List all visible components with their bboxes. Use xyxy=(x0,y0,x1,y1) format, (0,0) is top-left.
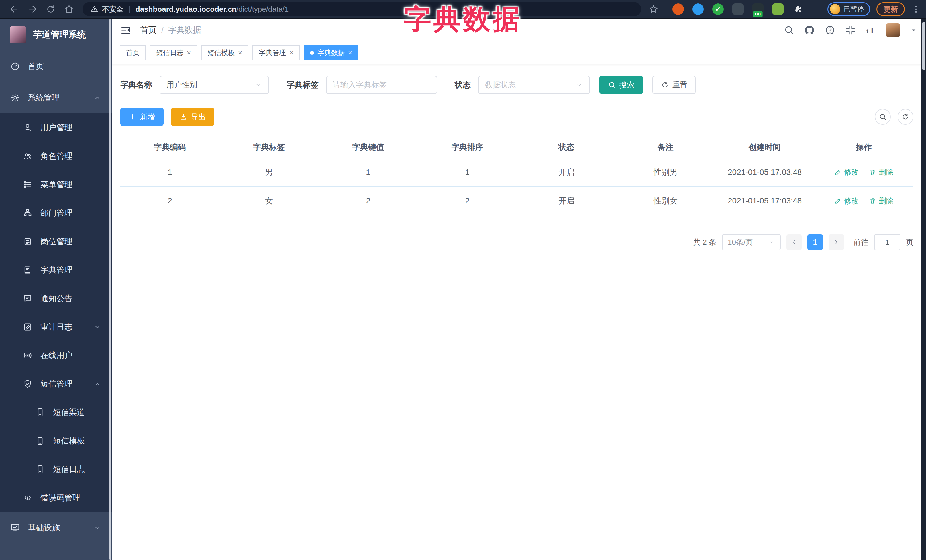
reset-button[interactable]: 重置 xyxy=(652,76,696,94)
tag-view-tab[interactable]: 短信模板× xyxy=(201,45,248,60)
sidebar-submenu-item[interactable]: 字典管理 xyxy=(0,256,112,284)
table-header-row: 字典编码字典标签字典键值字典排序状态备注创建时间操作 xyxy=(120,137,914,158)
table-cell-remark: 性别女 xyxy=(616,195,715,206)
export-button[interactable]: 导出 xyxy=(171,108,214,126)
sidebar-submenu-item[interactable]: 用户管理 xyxy=(0,113,112,142)
collapse-sidebar-icon[interactable] xyxy=(120,24,132,36)
search-icon[interactable] xyxy=(784,25,794,36)
add-button[interactable]: 新增 xyxy=(120,108,163,126)
badge-icon xyxy=(23,237,32,246)
search-button[interactable]: 搜索 xyxy=(599,76,643,94)
delete-button[interactable]: 删除 xyxy=(869,167,894,177)
sidebar-submenu-item[interactable]: 短信模板 xyxy=(0,427,112,455)
prev-page-button[interactable] xyxy=(787,234,802,250)
table-row[interactable]: 2女22开启性别女2021-01-05 17:03:48修改删除 xyxy=(120,187,914,215)
page-size-value: 10条/页 xyxy=(728,237,753,247)
bookmark-star-icon[interactable] xyxy=(649,4,659,14)
tag-view-tab[interactable]: 字典数据× xyxy=(304,45,359,60)
forward-icon[interactable] xyxy=(27,4,38,14)
user-avatar[interactable] xyxy=(886,23,900,37)
sidebar-submenu-item[interactable]: 短信管理 xyxy=(0,370,112,398)
green-check-extension-icon[interactable]: ✓ xyxy=(712,3,724,15)
dict-label-input[interactable] xyxy=(326,76,437,94)
sidebar-submenu-item[interactable]: 通知公告 xyxy=(0,284,112,313)
close-icon[interactable]: × xyxy=(289,49,294,56)
sidebar-submenu-item[interactable]: 在线用户 xyxy=(0,341,112,370)
edit-button[interactable]: 修改 xyxy=(834,196,859,206)
orange-ring-extension-icon[interactable] xyxy=(672,3,684,15)
back-icon[interactable] xyxy=(9,4,20,14)
browser-update-button[interactable]: 更新 xyxy=(876,2,905,16)
status-select[interactable]: 数据状态 xyxy=(478,76,590,94)
sidebar-submenu-item[interactable]: 菜单管理 xyxy=(0,171,112,199)
dict-name-value: 用户性别 xyxy=(166,80,197,90)
toggle-search-button[interactable] xyxy=(875,109,891,125)
browser-menu-dots-icon[interactable] xyxy=(911,4,921,14)
header-actions: tT xyxy=(784,23,918,37)
goto-page-input[interactable] xyxy=(874,234,900,250)
sidebar-submenu-item[interactable]: 短信渠道 xyxy=(0,398,112,427)
edit-button-label: 修改 xyxy=(844,167,859,177)
table-cell-code: 1 xyxy=(120,168,219,177)
chevron-left-icon xyxy=(791,239,797,246)
page-size-select[interactable]: 10条/页 xyxy=(722,234,781,250)
paused-label: 已暂停 xyxy=(844,5,864,14)
breadcrumb-home[interactable]: 首页 xyxy=(140,24,157,36)
breadcrumb: 首页 / 字典数据 xyxy=(140,24,201,36)
table-cell-value: 2 xyxy=(319,196,418,205)
table-cell-status: 开启 xyxy=(517,195,616,206)
page-scrollbar[interactable] xyxy=(921,19,926,560)
sidebar-item-label: 错误码管理 xyxy=(41,492,80,503)
sidebar-menu-item[interactable]: 基础设施 xyxy=(0,512,112,543)
table-cell-label: 女 xyxy=(219,195,319,206)
puzzle-extension-icon[interactable] xyxy=(792,3,803,15)
logo-row[interactable]: 芋道管理系统 xyxy=(0,19,112,51)
sidebar-submenu-item[interactable]: 审计日志 xyxy=(0,313,112,341)
github-icon[interactable] xyxy=(804,25,815,36)
blue-gem-extension-icon[interactable] xyxy=(692,3,704,15)
sidebar-menu-item[interactable]: 系统管理 xyxy=(0,82,112,113)
reload-icon[interactable] xyxy=(45,4,56,14)
sidebar-menu-item[interactable]: 首页 xyxy=(0,51,112,82)
table-cell-actions: 修改删除 xyxy=(814,196,914,206)
sidebar-submenu-item[interactable]: 短信日志 xyxy=(0,455,112,484)
proxy-extension-icon[interactable]: on xyxy=(752,3,764,15)
font-size-icon[interactable]: tT xyxy=(865,25,876,36)
sidebar-submenu-item[interactable]: 岗位管理 xyxy=(0,227,112,256)
sidebar-scrollbar[interactable] xyxy=(109,19,111,560)
page-scrollbar-thumb[interactable] xyxy=(922,22,925,70)
address-bar[interactable]: 不安全 | dashboard.yudao.iocoder.cn /dict/t… xyxy=(83,2,641,16)
toggles-extension-icon[interactable] xyxy=(732,3,744,15)
dict-name-select[interactable]: 用户性别 xyxy=(160,76,269,94)
tag-view-tab[interactable]: 短信日志× xyxy=(150,45,197,60)
table-body: 1男11开启性别男2021-01-05 17:03:48修改删除2女22开启性别… xyxy=(120,158,914,215)
reset-button-label: 重置 xyxy=(672,80,687,90)
tag-view-tab[interactable]: 字典管理× xyxy=(253,45,300,60)
profile-paused-chip[interactable]: 已暂停 xyxy=(828,2,870,16)
close-icon[interactable]: × xyxy=(187,49,191,56)
caret-down-icon[interactable] xyxy=(909,26,918,35)
sidebar-submenu-item[interactable]: 错误码管理 xyxy=(0,484,112,512)
next-page-button[interactable] xyxy=(829,234,844,250)
delete-button[interactable]: 删除 xyxy=(869,196,894,206)
edit-button[interactable]: 修改 xyxy=(834,167,859,177)
pagination-total: 共 2 条 xyxy=(693,237,716,247)
profile-avatar xyxy=(830,4,840,14)
sidebar-item-label: 角色管理 xyxy=(41,151,73,162)
sidebar-submenu-item[interactable]: 部门管理 xyxy=(0,199,112,227)
refresh-table-button[interactable] xyxy=(897,109,914,125)
chevron-up-icon xyxy=(94,94,101,102)
home-icon[interactable] xyxy=(64,4,74,14)
phone-icon xyxy=(35,408,45,417)
fullscreen-icon[interactable] xyxy=(845,25,856,36)
help-question-icon[interactable] xyxy=(825,25,835,36)
tag-view-tab[interactable]: 首页 xyxy=(120,45,146,60)
page-unit-label: 页 xyxy=(906,237,914,247)
close-icon[interactable]: × xyxy=(238,49,242,56)
current-page-button[interactable]: 1 xyxy=(808,234,823,250)
sidebar-submenu-item[interactable]: 角色管理 xyxy=(0,142,112,171)
overlay-annotation-title: 字典数据 xyxy=(404,1,522,38)
leaf-extension-icon[interactable] xyxy=(772,3,784,15)
table-row[interactable]: 1男11开启性别男2021-01-05 17:03:48修改删除 xyxy=(120,158,914,187)
close-icon[interactable]: × xyxy=(348,49,352,56)
